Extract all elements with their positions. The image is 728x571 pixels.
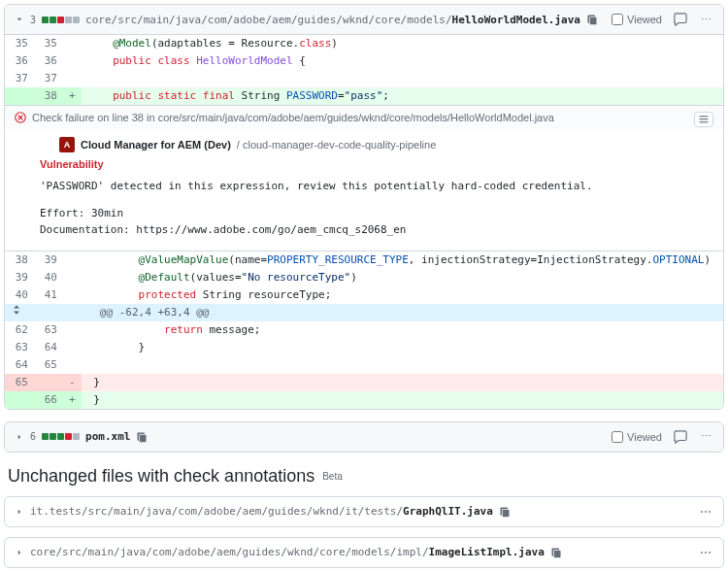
section-title: Unchanged files with check annotations: [8, 466, 314, 487]
kebab-icon[interactable]: ⋯: [699, 428, 713, 445]
file-graphql: it.tests/src/main/java/com/adobe/aem/gui…: [4, 496, 724, 527]
section-heading: Unchanged files with check annotationsBe…: [8, 466, 724, 487]
file-path: it.tests/src/main/java/com/adobe/aem/gui…: [30, 505, 493, 518]
app-name[interactable]: Cloud Manager for AEM (Dev): [81, 139, 231, 151]
diffstat: [42, 433, 80, 440]
copy-icon[interactable]: [550, 547, 562, 558]
path-dir: core/src/main/java/com/adobe/aem/guides/…: [85, 14, 452, 26]
x-circle-icon: [15, 112, 26, 123]
kebab-icon[interactable]: ⋯: [699, 12, 713, 28]
app-pipeline: / cloud-manager-dev-code-quality-pipelin…: [237, 139, 436, 151]
annotation-menu-icon[interactable]: [694, 112, 713, 127]
annotation-message: 'PASSWORD' detected in this expression, …: [40, 178, 713, 195]
diff-table-cont: 3839 @ValueMapValue(name=PROPERTY_RESOUR…: [5, 252, 723, 409]
chevron-right-icon[interactable]: [15, 548, 24, 557]
check-annotation-failure: Check failure on line 38 in core/src/mai…: [5, 105, 723, 252]
file-header: 3 core/src/main/java/com/adobe/aem/guide…: [5, 5, 723, 35]
file-imagelist: core/src/main/java/com/adobe/aem/guides/…: [4, 537, 724, 568]
svg-rect-3: [700, 121, 709, 122]
viewed-checkbox[interactable]: Viewed: [612, 431, 662, 443]
app-avatar: A: [59, 137, 75, 152]
copy-icon[interactable]: [136, 431, 148, 443]
chevron-right-icon[interactable]: [15, 507, 24, 517]
diffstat: [42, 17, 80, 23]
annotation-header-text: Check failure on line 38 in core/src/mai…: [32, 112, 554, 123]
file-path: pom.xml: [85, 430, 130, 443]
copy-icon[interactable]: [586, 14, 598, 25]
annotation-effort: Effort: 30min: [40, 205, 713, 222]
file-path: core/src/main/java/com/adobe/aem/guides/…: [30, 546, 545, 558]
svg-rect-2: [700, 118, 709, 119]
file-path: core/src/main/java/com/adobe/aem/guides/…: [85, 14, 580, 26]
comment-icon[interactable]: [672, 428, 689, 446]
svg-rect-1: [700, 116, 709, 117]
chevron-right-icon[interactable]: [15, 432, 24, 442]
annotation-doc: Documentation: https://www.adobe.com/go/…: [40, 221, 713, 239]
annotation-kind: Vulnerability: [40, 158, 713, 170]
viewed-checkbox[interactable]: Viewed: [612, 14, 662, 25]
path-filename: HelloWorldModel.java: [452, 14, 580, 26]
viewed-label: Viewed: [627, 14, 662, 25]
kebab-icon[interactable]: ⋯: [698, 544, 713, 561]
change-count: 6: [30, 431, 36, 442]
kebab-icon[interactable]: ⋯: [698, 503, 713, 521]
diff-table: 3535 @Model(adaptables = Resource.class)…: [5, 35, 723, 105]
file-diff-helloworld: 3 core/src/main/java/com/adobe/aem/guide…: [4, 4, 724, 410]
beta-badge: Beta: [322, 471, 343, 482]
change-count: 3: [30, 15, 36, 25]
chevron-down-icon[interactable]: [15, 15, 24, 24]
copy-icon[interactable]: [499, 506, 511, 518]
comment-icon[interactable]: [672, 11, 689, 28]
file-diff-pom: 6 pom.xml Viewed ⋯: [4, 421, 724, 453]
path-filename: pom.xml: [85, 430, 130, 443]
